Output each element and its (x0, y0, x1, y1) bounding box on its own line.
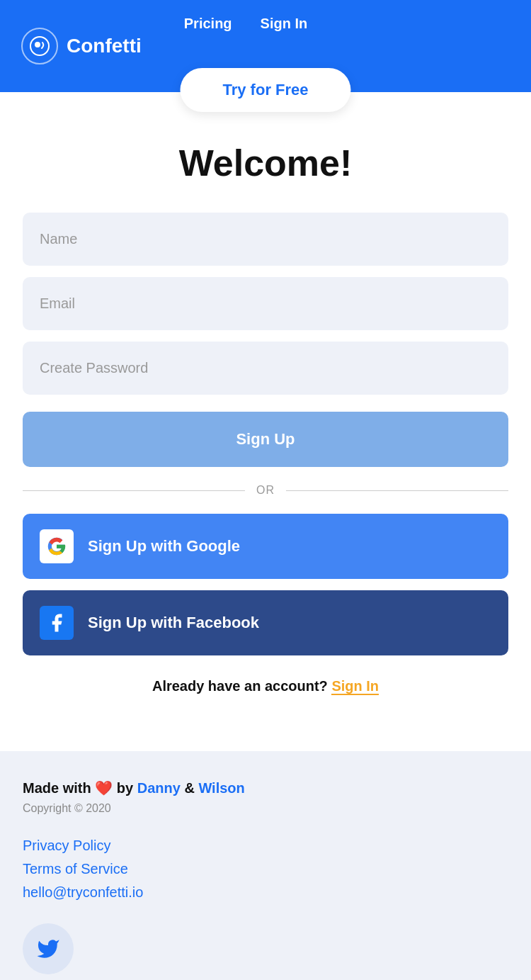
name-input[interactable] (23, 213, 508, 266)
google-signup-button[interactable]: Sign Up with Google (23, 514, 508, 579)
twitter-button[interactable] (23, 923, 74, 974)
header: Confetti Pricing Sign In Try for Free (0, 0, 531, 92)
footer: Made with ❤️ by Danny & Wilson Copyright… (0, 751, 531, 980)
or-line-left (23, 490, 245, 491)
made-with-text: Made with (23, 780, 91, 796)
svg-point-1 (35, 42, 40, 47)
email-link[interactable]: hello@tryconfetti.io (23, 884, 508, 901)
password-field-group (23, 342, 508, 395)
by-text: by (117, 780, 133, 796)
facebook-icon (40, 606, 74, 640)
try-free-button[interactable]: Try for Free (180, 68, 350, 112)
email-input[interactable] (23, 277, 508, 330)
facebook-signup-button[interactable]: Sign Up with Facebook (23, 590, 508, 655)
terms-of-service-link[interactable]: Terms of Service (23, 861, 508, 877)
or-divider: OR (23, 484, 508, 497)
already-account-section: Already have an account? Sign In (23, 678, 508, 694)
logo-text: Confetti (67, 35, 142, 57)
heart-icon: ❤️ (95, 780, 117, 796)
logo-icon (21, 28, 58, 64)
author2-link[interactable]: Wilson (198, 780, 244, 796)
or-line-right (286, 490, 508, 491)
twitter-icon (36, 937, 60, 961)
welcome-title: Welcome! (23, 142, 508, 184)
signin-link[interactable]: Sign In (331, 678, 379, 695)
nav-pricing[interactable]: Pricing (184, 16, 232, 32)
copyright-text: Copyright © 2020 (23, 802, 508, 815)
or-text: OR (256, 484, 275, 497)
nav-links: Pricing Sign In (184, 0, 307, 32)
logo-area: Confetti (21, 28, 142, 64)
name-field-group (23, 213, 508, 266)
signup-button[interactable]: Sign Up (23, 412, 508, 467)
password-input[interactable] (23, 342, 508, 395)
ampersand: & (184, 780, 198, 796)
email-field-group (23, 277, 508, 330)
main-content: Welcome! Sign Up OR Sign Up with Google (0, 92, 531, 723)
google-icon (40, 529, 74, 563)
facebook-signup-label: Sign Up with Facebook (88, 614, 259, 632)
footer-links: Privacy Policy Terms of Service hello@tr… (23, 838, 508, 901)
footer-made-with: Made with ❤️ by Danny & Wilson (23, 779, 508, 796)
privacy-policy-link[interactable]: Privacy Policy (23, 838, 508, 854)
google-signup-label: Sign Up with Google (88, 537, 240, 556)
already-account-text: Already have an account? (152, 678, 328, 694)
nav-signin[interactable]: Sign In (261, 16, 308, 32)
author1-link[interactable]: Danny (137, 780, 181, 796)
